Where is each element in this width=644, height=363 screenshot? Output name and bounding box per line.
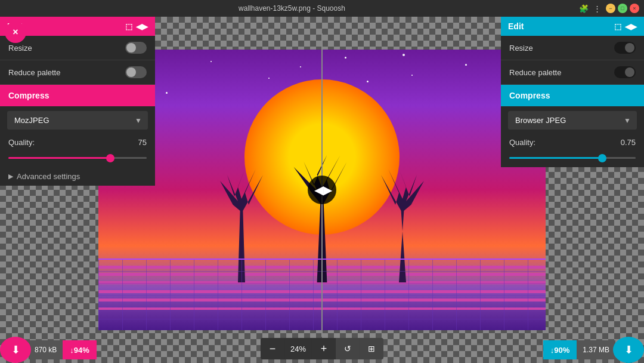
titlebar: wallhaven-13kz5w.png - Squoosh 🧩 ⋮ − □ × <box>0 0 644 17</box>
left-file-size: 870 kB <box>35 346 57 354</box>
left-panel-header-icons: ⬚ ◀▶ <box>125 22 148 31</box>
left-savings-suffix: % <box>82 346 89 355</box>
maximize-button[interactable]: □ <box>618 4 627 13</box>
window-controls[interactable]: − □ × <box>606 4 639 13</box>
right-resize-toggle[interactable] <box>614 42 636 54</box>
zoom-in-button[interactable]: + <box>312 338 336 359</box>
left-slider-row <box>0 148 155 167</box>
right-codec-row: MozJPEG Browser JPEG Browser PNG OxiPNG … <box>501 106 644 134</box>
fit-button[interactable]: ⊞ <box>360 338 383 359</box>
zoom-value-display: 24% <box>284 338 312 359</box>
left-quality-value: 75 <box>138 138 147 147</box>
bottom-bar-left: ⬇ 870 kB ↓94% <box>0 337 155 363</box>
left-reduce-palette-label: Reduce palette <box>8 68 60 77</box>
right-expand-icon[interactable]: ⬚ <box>614 22 621 31</box>
extensions-icon[interactable]: 🧩 <box>579 4 589 13</box>
right-panel-header-icons: ⬚ ◀▶ <box>614 22 637 31</box>
left-resize-label: Resize <box>8 44 32 53</box>
back-button[interactable]: × <box>5 21 26 43</box>
left-panel: Edit ⬚ ◀▶ Resize Reduce palette Compress… <box>0 17 155 186</box>
right-quality-slider[interactable] <box>509 157 636 159</box>
left-reduce-palette-row: Reduce palette <box>0 60 155 85</box>
right-compress-header: Compress <box>501 85 644 106</box>
right-codec-select-wrapper: MozJPEG Browser JPEG Browser PNG OxiPNG … <box>508 111 637 130</box>
bottom-bar-center: − 24% + ↺ ⊞ <box>261 338 383 359</box>
right-slider-row <box>501 148 644 167</box>
left-codec-select[interactable]: MozJPEG Browser JPEG Browser PNG OxiPNG … <box>7 111 148 130</box>
right-resize-row: Resize <box>501 36 644 60</box>
left-download-icon: ⬇ <box>11 343 20 356</box>
right-file-size: 1.37 MB <box>583 346 609 354</box>
left-savings: ↓94 <box>70 346 82 355</box>
left-arrows-icon[interactable]: ◀▶ <box>136 22 148 31</box>
left-quality-slider[interactable] <box>8 157 147 159</box>
right-resize-label: Resize <box>509 44 533 53</box>
right-quality-value: 0.75 <box>621 138 636 147</box>
right-quality-label: Quality: <box>509 138 535 147</box>
dots-menu-icon[interactable]: ⋮ <box>593 4 601 13</box>
right-quality-row: Quality: 0.75 <box>501 134 644 148</box>
left-codec-row: MozJPEG Browser JPEG Browser PNG OxiPNG … <box>0 106 155 134</box>
right-panel-header: Edit ⬚ ◀▶ <box>501 17 644 36</box>
right-codec-select[interactable]: MozJPEG Browser JPEG Browser PNG OxiPNG … <box>508 111 637 130</box>
right-reduce-palette-toggle[interactable] <box>614 66 636 78</box>
left-quality-label: Quality: <box>8 138 35 147</box>
left-advanced-arrow-icon: ▶ <box>8 173 13 180</box>
left-resize-toggle[interactable] <box>125 42 147 54</box>
compare-button[interactable]: ◀▶ <box>308 176 336 204</box>
zoom-out-button[interactable]: − <box>261 338 284 359</box>
right-savings-badge: ↓90% <box>543 340 577 359</box>
right-panel: Edit ⬚ ◀▶ Resize Reduce palette Compress… <box>501 17 644 167</box>
right-savings-suffix: % <box>563 346 570 355</box>
minimize-button[interactable]: − <box>606 4 615 13</box>
right-file-size-badge: 1.37 MB <box>577 340 615 359</box>
left-download-button[interactable]: ⬇ <box>0 337 31 363</box>
right-download-button[interactable]: ⬇ <box>613 337 644 363</box>
close-window-button[interactable]: × <box>630 4 639 13</box>
compare-icon: ◀▶ <box>314 183 332 197</box>
left-advanced-label: Advanced settings <box>17 172 80 181</box>
left-compress-header: Compress <box>0 85 155 106</box>
bottom-bar-right: ↓90% 1.37 MB ⬇ <box>501 337 644 363</box>
right-download-icon: ⬇ <box>624 343 633 356</box>
right-reduce-palette-label: Reduce palette <box>509 68 561 77</box>
left-savings-badge: ↓94% <box>63 340 97 359</box>
left-reduce-palette-toggle[interactable] <box>125 66 147 78</box>
left-codec-select-wrapper: MozJPEG Browser JPEG Browser PNG OxiPNG … <box>7 111 148 130</box>
right-savings: ↓90 <box>550 346 563 355</box>
reset-zoom-button[interactable]: ↺ <box>336 338 360 359</box>
left-quality-row: Quality: 75 <box>0 134 155 148</box>
left-advanced-row[interactable]: ▶ Advanced settings <box>0 167 155 186</box>
right-reduce-palette-row: Reduce palette <box>501 60 644 85</box>
left-file-size-badge: 870 kB <box>29 340 63 359</box>
right-arrows-icon[interactable]: ◀▶ <box>625 22 637 31</box>
app-title: wallhaven-13kz5w.png - Squoosh <box>5 4 579 13</box>
left-expand-icon[interactable]: ⬚ <box>125 22 132 31</box>
